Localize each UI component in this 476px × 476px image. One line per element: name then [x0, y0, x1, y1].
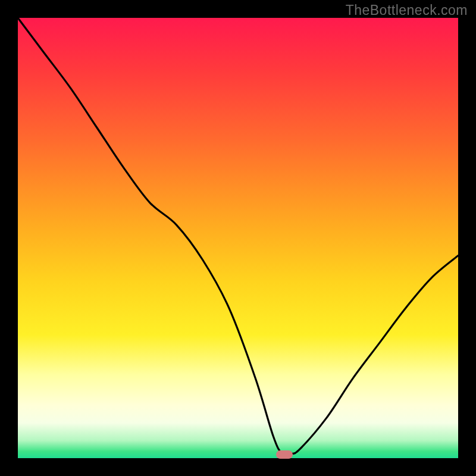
- chart-frame: TheBottleneck.com: [0, 0, 476, 476]
- optimum-marker: [276, 450, 293, 459]
- watermark-label: TheBottleneck.com: [346, 2, 468, 18]
- curve-svg: [18, 18, 458, 458]
- bottleneck-curve: [18, 18, 458, 455]
- plot-area: [18, 18, 458, 458]
